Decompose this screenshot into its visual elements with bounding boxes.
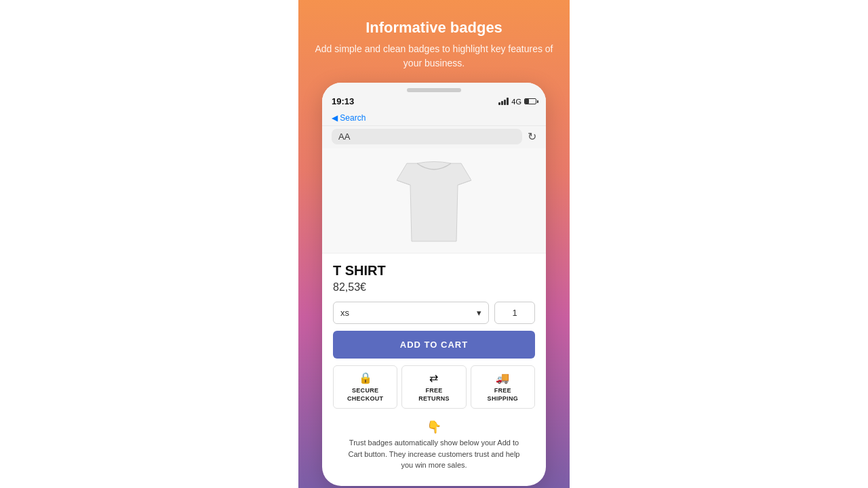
chevron-down-icon: ▾ (477, 308, 481, 318)
returns-icon: ⇄ (429, 371, 438, 384)
badge-free-returns: ⇄ FREERETURNS (401, 365, 466, 409)
badge-shipping-label: FREESHIPPING (488, 387, 518, 403)
address-bar: AA ↻ (322, 126, 546, 148)
bottom-description: Trust badges automatically show below yo… (344, 437, 524, 471)
status-bar: 19:13 4G (322, 94, 546, 109)
background-left (0, 0, 298, 488)
badge-free-shipping: 🚚 FREESHIPPING (471, 365, 535, 409)
center-panel: Informative badges Add simple and clean … (298, 0, 570, 488)
phone-notch-area (322, 83, 546, 94)
tshirt-image (397, 157, 471, 245)
pointing-emoji: 👇 (344, 420, 524, 434)
badge-secure-checkout: 🔒 SECURECHECKOUT (333, 365, 397, 409)
product-name: T SHIRT (333, 263, 535, 279)
badge-secure-label: SECURECHECKOUT (347, 387, 383, 403)
bottom-text-area: 👇 Trust badges automatically show below … (333, 415, 535, 479)
product-image-area (322, 148, 546, 253)
background-right (570, 0, 868, 488)
signal-icon (498, 98, 509, 105)
address-input[interactable]: AA (332, 129, 522, 144)
size-value: xs (340, 308, 349, 318)
phone-mockup: 19:13 4G ◀ Search AA (322, 83, 546, 486)
back-button[interactable]: ◀ Search (332, 113, 366, 123)
page-subtitle: Add simple and clean badges to highlight… (312, 42, 556, 70)
product-price: 82,53€ (333, 281, 535, 293)
refresh-icon[interactable]: ↻ (528, 130, 536, 143)
product-controls: xs ▾ 1 (333, 302, 535, 324)
add-to-cart-button[interactable]: ADD TO CART (333, 331, 535, 359)
quantity-value: 1 (512, 308, 517, 318)
page-title: Informative badges (366, 19, 502, 37)
battery-icon (524, 98, 536, 104)
network-label: 4G (511, 98, 521, 106)
lock-icon: 🔒 (359, 371, 372, 384)
status-icons: 4G (498, 98, 536, 106)
address-text: AA (338, 131, 350, 142)
product-info: T SHIRT 82,53€ xs ▾ 1 ADD TO CART 🔒 SECU… (322, 253, 546, 486)
phone-notch (407, 88, 461, 92)
quantity-input[interactable]: 1 (494, 302, 535, 324)
size-select[interactable]: xs ▾ (333, 302, 489, 324)
badge-returns-label: FREERETURNS (418, 387, 450, 403)
status-time: 19:13 (332, 96, 354, 106)
shipping-icon: 🚚 (496, 371, 509, 384)
trust-badges: 🔒 SECURECHECKOUT ⇄ FREERETURNS 🚚 FREESHI… (333, 365, 535, 409)
navigation-bar: ◀ Search (322, 109, 546, 126)
